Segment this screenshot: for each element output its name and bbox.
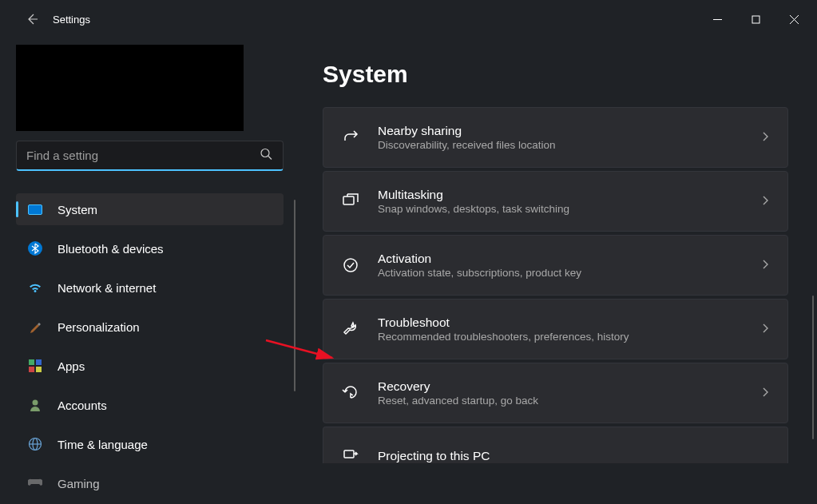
wifi-icon: [27, 280, 43, 296]
chevron-right-icon: [760, 258, 770, 272]
settings-cards: Nearby sharing Discoverability, received…: [323, 107, 788, 463]
content-area: System Nearby sharing Discoverability, r…: [288, 38, 817, 504]
svg-rect-1: [752, 16, 759, 23]
share-icon: [341, 128, 360, 147]
card-title: Troubleshoot: [378, 315, 760, 330]
card-multitasking[interactable]: Multitasking Snap windows, desktops, tas…: [323, 171, 788, 232]
card-projecting[interactable]: Projecting to this PC: [323, 427, 788, 463]
card-activation[interactable]: Activation Activation state, subscriptio…: [323, 235, 788, 296]
sidebar-nav: System Bluetooth & devices Network & int…: [16, 193, 284, 504]
sidebar: System Bluetooth & devices Network & int…: [0, 38, 288, 504]
maximize-button[interactable]: [737, 5, 774, 34]
sidebar-item-bluetooth[interactable]: Bluetooth & devices: [16, 232, 284, 264]
search-icon: [260, 149, 272, 164]
windows-icon: [341, 192, 360, 211]
brush-icon: [27, 319, 43, 335]
card-title: Multitasking: [378, 188, 760, 202]
svg-rect-10: [36, 367, 42, 372]
titlebar: Settings: [0, 0, 817, 38]
card-nearby-sharing[interactable]: Nearby sharing Discoverability, received…: [323, 107, 788, 168]
card-recovery[interactable]: Recovery Reset, advanced startup, go bac…: [323, 363, 788, 423]
card-title: Recovery: [378, 379, 760, 394]
chevron-right-icon: [760, 386, 770, 400]
nav-label: Bluetooth & devices: [58, 242, 164, 256]
svg-point-4: [261, 149, 269, 157]
sidebar-item-personalization[interactable]: Personalization: [16, 311, 284, 343]
chevron-right-icon: [760, 130, 770, 145]
project-icon: [341, 444, 360, 463]
minimize-button[interactable]: [699, 5, 736, 34]
nav-label: Gaming: [58, 477, 100, 490]
bluetooth-icon: [27, 240, 43, 256]
search-input[interactable]: [16, 141, 284, 171]
maximize-icon: [752, 15, 760, 24]
window-controls: [699, 5, 812, 34]
svg-rect-7: [29, 359, 34, 365]
nav-label: Time & language: [58, 438, 148, 451]
nav-label: Network & internet: [58, 281, 156, 295]
minimize-icon: [713, 15, 722, 24]
apps-icon: [27, 358, 43, 374]
svg-line-5: [268, 157, 272, 160]
sidebar-item-apps[interactable]: Apps: [16, 350, 284, 382]
svg-point-16: [344, 259, 357, 272]
back-arrow-icon: [26, 13, 38, 26]
svg-point-11: [33, 400, 38, 406]
svg-rect-17: [344, 450, 354, 458]
card-subtitle: Recommended troubleshooters, preferences…: [378, 331, 760, 343]
card-subtitle: Activation state, subscriptions, product…: [378, 267, 760, 279]
sidebar-item-accounts[interactable]: Accounts: [16, 389, 284, 421]
page-title: System: [323, 61, 788, 88]
card-title: Nearby sharing: [378, 124, 760, 138]
card-subtitle: Reset, advanced startup, go back: [378, 395, 760, 407]
sidebar-item-network[interactable]: Network & internet: [16, 272, 284, 304]
svg-rect-9: [29, 367, 34, 372]
nav-label: Accounts: [58, 399, 107, 412]
card-subtitle: Discoverability, received files location: [378, 139, 760, 151]
app-title: Settings: [53, 14, 90, 26]
card-title: Projecting to this PC: [378, 449, 770, 463]
nav-label: System: [58, 203, 97, 216]
svg-rect-15: [343, 196, 354, 204]
chevron-right-icon: [760, 194, 770, 208]
search-box: [16, 141, 284, 171]
nav-label: Personalization: [58, 320, 140, 334]
globe-icon: [27, 436, 43, 452]
recovery-icon: [341, 383, 360, 403]
person-icon: [27, 397, 43, 413]
user-info-placeholder: [16, 45, 244, 131]
svg-rect-8: [36, 359, 42, 365]
check-circle-icon: [341, 256, 360, 275]
wrench-icon: [341, 319, 360, 339]
sidebar-item-gaming[interactable]: Gaming: [16, 467, 284, 499]
nav-label: Apps: [58, 359, 85, 373]
sidebar-item-time-language[interactable]: Time & language: [16, 428, 284, 460]
chevron-right-icon: [760, 322, 770, 336]
card-subtitle: Snap windows, desktops, task switching: [378, 203, 760, 215]
card-title: Activation: [378, 252, 760, 266]
sidebar-item-system[interactable]: System: [16, 193, 284, 225]
close-button[interactable]: [775, 5, 812, 34]
gamepad-icon: [27, 475, 43, 491]
monitor-icon: [27, 201, 43, 217]
content-scrollbar[interactable]: [812, 296, 814, 439]
card-troubleshoot[interactable]: Troubleshoot Recommended troubleshooters…: [323, 299, 788, 359]
back-button[interactable]: [16, 3, 48, 35]
close-icon: [790, 15, 799, 24]
